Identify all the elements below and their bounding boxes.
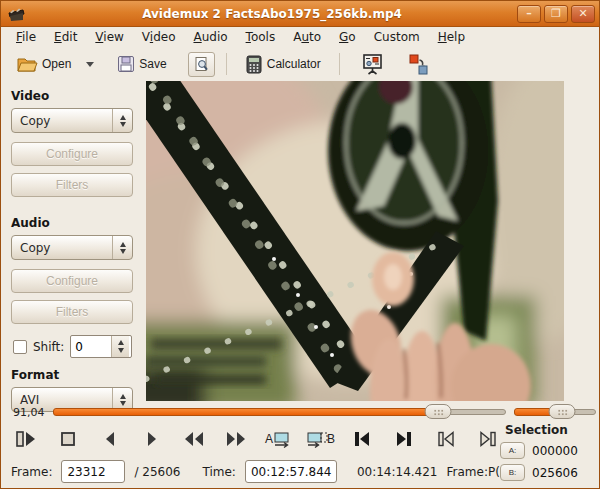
save-floppy-icon [117,55,135,73]
selection-panel: Selection A: 000000 B: 025606 [500,423,592,481]
combo-arrows-icon [112,236,132,259]
video-codec-value: Copy [12,114,112,128]
menu-video[interactable]: Video [133,28,185,46]
menu-go[interactable]: Go [330,28,365,46]
selection-slider[interactable] [514,404,596,419]
first-frame-icon [353,431,371,447]
menu-audio[interactable]: Audio [184,28,236,46]
shift-label: Shift: [33,340,64,354]
save-button-label: Save [139,57,166,71]
calculator-icon [245,55,263,74]
status-row: Frame: / 25606 Time: 00:14:14.421 Frame:… [11,460,520,483]
video-preview [146,81,564,401]
menubar: FileEditViewVideoAudioToolsAutoGoCustomH… [1,27,599,47]
file-info-icon [193,56,210,73]
shift-spinbox[interactable] [70,335,132,358]
selection-slider-handle[interactable] [548,404,575,419]
close-button[interactable]: ✕ [571,5,595,23]
audio-filters-button[interactable]: Filters [11,300,133,324]
next-frame-button[interactable] [137,427,167,451]
window-title: Avidemux 2 FactsAbo1975_256kb.mp4 [27,7,517,21]
timeline-fill [53,408,434,416]
video-filters-button[interactable] [355,49,391,79]
set-marker-a-icon: A [264,429,292,449]
toolbar-separator [226,53,227,75]
selection-title: Selection [500,423,592,437]
audio-section-label: Audio [11,216,146,230]
process-blocks-icon [408,53,430,75]
time-input[interactable] [245,460,337,483]
last-frame-icon [395,431,413,447]
save-button[interactable]: Save [110,51,173,77]
play-button[interactable] [11,427,41,451]
set-marker-b-icon: B [305,429,335,449]
next-keyframe-button[interactable] [221,427,251,451]
maximize-button[interactable]: ❐ [544,5,568,23]
play-icon [14,430,38,448]
selection-b-value: 025606 [532,466,578,480]
app-clapperboard-icon [7,5,27,23]
timeline-handle[interactable] [425,404,452,419]
avidemux-window: Avidemux 2 FactsAbo1975_256kb.mp4 – ❐ ✕ … [0,0,600,489]
menu-auto[interactable]: Auto [284,28,330,46]
timeline-slider[interactable] [53,404,506,419]
transport-controls: A B [11,427,503,451]
timeline-position-label: 91,04 [13,406,45,419]
spin-arrows-icon[interactable] [111,336,129,357]
duration-text: 00:14:14.421 [357,465,438,479]
last-frame-button[interactable] [389,427,419,451]
previous-black-frame-button[interactable] [431,427,461,451]
format-section-label: Format [11,368,146,382]
previous-keyframe-icon [184,431,204,447]
open-button-label: Open [42,57,71,71]
calculator-button-label: Calculator [267,57,321,71]
minimize-button[interactable]: – [517,5,541,23]
video-section-label: Video [11,89,146,103]
open-dropdown-button[interactable] [82,58,98,71]
process-queue-button[interactable] [401,49,437,79]
time-label: Time: [202,465,235,479]
svg-text:B: B [327,432,335,446]
file-information-button[interactable] [188,52,215,77]
previous-black-frame-icon [437,431,455,447]
menu-view[interactable]: View [86,28,132,46]
toolbar: Open Save [1,47,599,81]
next-frame-icon [146,431,158,447]
open-button[interactable]: Open [9,51,78,77]
toolbar-separator [339,53,340,75]
stop-button[interactable] [53,427,83,451]
bottom-panel: 91,04 [1,401,599,489]
audio-codec-select[interactable]: Copy [11,235,133,260]
video-codec-select[interactable]: Copy [11,108,133,133]
filters-screen-icon [362,53,384,75]
audio-codec-value: Copy [12,241,112,255]
frame-input[interactable] [61,460,125,483]
menu-help[interactable]: Help [429,28,474,46]
next-keyframe-icon [226,431,246,447]
previous-keyframe-button[interactable] [179,427,209,451]
shift-value-input[interactable] [71,336,111,357]
next-black-frame-button[interactable] [473,427,503,451]
next-black-frame-icon [479,431,497,447]
previous-frame-button[interactable] [95,427,125,451]
video-configure-button[interactable]: Configure [11,142,133,166]
set-marker-a-button[interactable]: A [263,427,293,451]
menu-edit[interactable]: Edit [45,28,86,46]
svg-text:A: A [265,432,273,446]
shift-checkbox[interactable] [13,340,27,354]
first-frame-button[interactable] [347,427,377,451]
stop-icon [59,430,77,448]
selection-a-value: 000000 [532,444,578,458]
open-folder-icon [16,55,38,73]
audio-configure-button[interactable]: Configure [11,269,133,293]
selection-a-button[interactable]: A: [500,442,525,459]
menu-custom[interactable]: Custom [365,28,429,46]
set-marker-b-button[interactable]: B [305,427,335,451]
menu-tools[interactable]: Tools [237,28,285,46]
titlebar[interactable]: Avidemux 2 FactsAbo1975_256kb.mp4 – ❐ ✕ [1,1,599,27]
video-filters-sidebar-button[interactable]: Filters [11,173,133,197]
selection-b-button[interactable]: B: [500,464,525,481]
menu-file[interactable]: File [7,28,45,46]
frame-total: / 25606 [134,465,180,479]
calculator-button[interactable]: Calculator [238,51,328,78]
